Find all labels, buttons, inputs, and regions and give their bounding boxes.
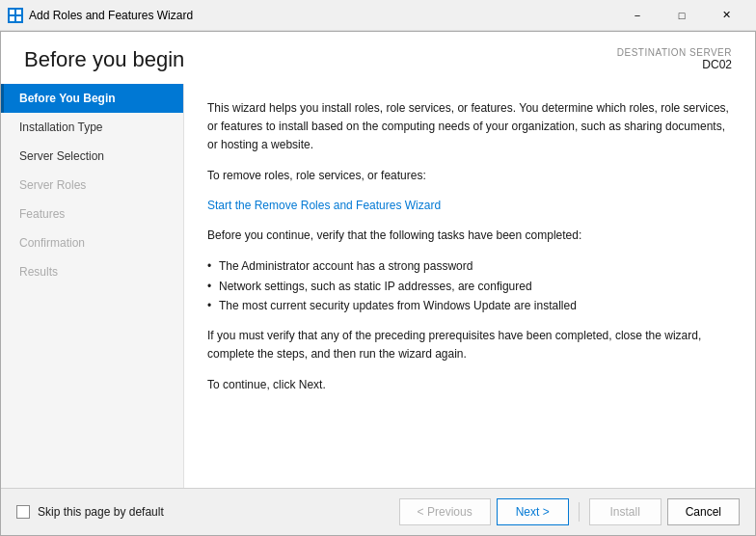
footer-left: Skip this page by default [16, 505, 393, 519]
page-title: Before you begin [24, 47, 184, 72]
list-item: Network settings, such as static IP addr… [207, 277, 732, 296]
prerequisite-note: If you must verify that any of the prece… [207, 327, 732, 363]
list-item: The Administrator account has a strong p… [207, 256, 732, 276]
remove-label: To remove roles, role services, or featu… [207, 167, 732, 185]
maximize-button[interactable]: □ [660, 0, 704, 31]
window-controls: − □ ✕ [615, 0, 748, 31]
minimize-button[interactable]: − [615, 0, 660, 31]
sidebar-item-features: Features [1, 200, 183, 228]
previous-button[interactable]: < Previous [399, 498, 491, 525]
server-name: DC02 [617, 58, 732, 71]
footer: Skip this page by default < Previous Nex… [1, 488, 755, 535]
main-window: Before you begin DESTINATION SERVER DC02… [0, 31, 756, 536]
footer-separator [579, 502, 580, 522]
destination-server-info: DESTINATION SERVER DC02 [617, 47, 732, 71]
close-button[interactable]: ✕ [704, 0, 748, 31]
content-area: This wizard helps you install roles, rol… [184, 84, 755, 488]
list-item: The most current security updates from W… [207, 296, 732, 315]
sidebar: Before You Begin Installation Type Serve… [1, 84, 184, 488]
header: Before you begin DESTINATION SERVER DC02 [1, 32, 755, 84]
sidebar-item-confirmation: Confirmation [1, 228, 183, 257]
cancel-button[interactable]: Cancel [667, 498, 740, 525]
svg-rect-0 [10, 10, 14, 14]
sidebar-item-results: Results [1, 257, 183, 286]
window-title: Add Roles and Features Wizard [29, 9, 615, 22]
sidebar-item-server-roles: Server Roles [1, 171, 183, 200]
svg-rect-2 [10, 16, 14, 21]
next-button[interactable]: Next > [497, 498, 569, 525]
verify-label: Before you continue, verify that the fol… [207, 227, 732, 245]
app-icon [8, 8, 23, 23]
continue-note: To continue, click Next. [207, 376, 732, 394]
sidebar-item-installation-type[interactable]: Installation Type [1, 113, 183, 142]
svg-rect-3 [16, 16, 21, 21]
sidebar-item-server-selection[interactable]: Server Selection [1, 142, 183, 171]
title-bar: Add Roles and Features Wizard − □ ✕ [0, 0, 756, 31]
prerequisites-list: The Administrator account has a strong p… [207, 256, 732, 315]
body: Before You Begin Installation Type Serve… [1, 84, 755, 488]
sidebar-item-before-you-begin[interactable]: Before You Begin [1, 84, 183, 113]
remove-link[interactable]: Start the Remove Roles and Features Wiza… [207, 199, 441, 212]
skip-checkbox[interactable] [16, 505, 30, 519]
svg-rect-1 [16, 10, 21, 14]
destination-label: DESTINATION SERVER [617, 47, 732, 58]
intro-text: This wizard helps you install roles, rol… [207, 99, 732, 155]
install-button[interactable]: Install [589, 498, 662, 525]
skip-label: Skip this page by default [38, 505, 164, 519]
